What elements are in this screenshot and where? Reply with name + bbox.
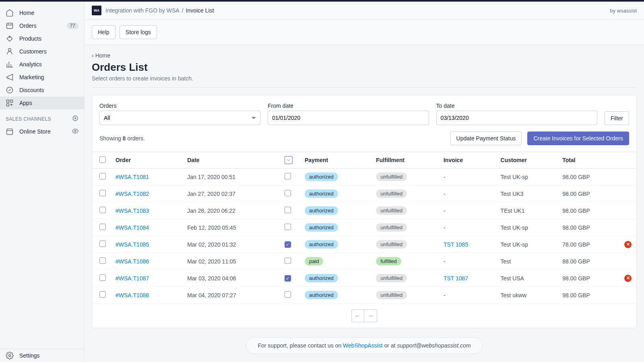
total-cell: 98.00 GBP	[557, 219, 619, 236]
row-secondary-checkbox[interactable]	[285, 241, 291, 248]
update-payment-button[interactable]: Update Payment Status	[450, 132, 522, 145]
col-customer[interactable]: Customer	[496, 152, 558, 169]
row-secondary-checkbox[interactable]	[285, 207, 291, 213]
help-button[interactable]: Help	[92, 25, 116, 39]
apps-icon	[6, 99, 14, 107]
row-checkbox[interactable]	[99, 224, 106, 230]
products-icon	[6, 35, 14, 43]
fulfillment-badge: unfulfilled	[376, 223, 407, 232]
col-fulfillment[interactable]: Fulfillment	[371, 152, 439, 169]
total-cell: 98.00 GBP	[557, 202, 619, 219]
order-link[interactable]: #WSA.T1087	[116, 275, 149, 282]
sidebar-item-label: Analytics	[19, 61, 78, 68]
order-link[interactable]: #WSA.T1086	[116, 258, 149, 265]
order-link[interactable]: #WSA.T1085	[116, 241, 149, 248]
from-date-input[interactable]	[268, 111, 429, 125]
online-store-icon	[6, 128, 14, 136]
to-date-input[interactable]	[436, 111, 597, 125]
order-date: Mar 02, 2020 11:05	[182, 253, 280, 270]
breadcrumb-app[interactable]: Integration with FGO by WSA	[105, 7, 180, 14]
error-icon[interactable]: ✕	[624, 275, 632, 282]
select-all-checkbox[interactable]	[99, 156, 106, 163]
fulfillment-badge: unfulfilled	[376, 240, 407, 249]
analytics-icon	[6, 60, 14, 68]
order-date: Mar 03, 2020 04:06	[182, 270, 280, 287]
order-link[interactable]: #WSA.T1083	[116, 208, 149, 214]
table-row: #WSA.T1081Jan 17, 2020 00:51authorizedun…	[92, 169, 636, 185]
table-row: #WSA.T1086Mar 02, 2020 11:05paidfulfille…	[92, 253, 636, 270]
sidebar-item-orders[interactable]: Orders77	[0, 19, 84, 32]
col-order[interactable]: Order	[111, 152, 182, 169]
row-checkbox[interactable]	[99, 190, 106, 196]
customer-cell: TEst UK1	[496, 202, 558, 219]
row-secondary-checkbox[interactable]	[285, 173, 291, 179]
row-secondary-checkbox[interactable]	[285, 224, 291, 230]
row-checkbox[interactable]	[99, 173, 106, 179]
sidebar-item-analytics[interactable]: Analytics	[0, 58, 84, 71]
fulfillment-badge: unfulfilled	[376, 189, 407, 198]
order-link[interactable]: #WSA.T1082	[116, 191, 149, 197]
row-secondary-checkbox[interactable]	[285, 291, 291, 298]
customers-icon	[6, 47, 14, 56]
order-link[interactable]: #WSA.T1088	[116, 292, 149, 298]
fulfillment-badge: fulfilled	[376, 257, 401, 265]
invoice-link[interactable]: TST 1085	[444, 241, 468, 248]
row-secondary-checkbox[interactable]	[285, 275, 291, 282]
row-checkbox[interactable]	[99, 207, 106, 213]
fulfillment-badge: unfulfilled	[376, 274, 407, 282]
svg-point-1	[9, 37, 10, 38]
sidebar-item-marketing[interactable]: Marketing	[0, 71, 84, 84]
row-checkbox[interactable]	[99, 274, 106, 281]
customer-cell: Test UK-sp	[496, 169, 558, 185]
order-link[interactable]: #WSA.T1084	[116, 224, 149, 231]
pager-next-button[interactable]: →	[364, 309, 377, 322]
customer-cell: Test	[496, 253, 558, 270]
sidebar-item-online-store[interactable]: Online Store	[0, 125, 84, 138]
row-secondary-checkbox[interactable]	[285, 257, 291, 264]
view-channel-icon[interactable]	[72, 128, 78, 136]
add-channel-icon[interactable]	[72, 115, 78, 123]
payment-badge: authorized	[305, 206, 338, 215]
sidebar-item-home[interactable]: Home	[0, 6, 84, 19]
row-checkbox[interactable]	[99, 291, 106, 298]
row-secondary-checkbox[interactable]	[285, 190, 291, 196]
sidebar-item-discounts[interactable]: Discounts	[0, 84, 84, 97]
col-date[interactable]: Date	[182, 152, 280, 169]
support-link[interactable]: WebShopAssist	[343, 342, 383, 349]
customer-cell: Test UK-sp	[496, 236, 558, 253]
sidebar-item-label: Discounts	[19, 87, 78, 93]
to-date-label: To date	[436, 103, 597, 109]
row-checkbox[interactable]	[99, 257, 106, 264]
orders-filter-select[interactable]: All	[99, 111, 260, 125]
sidebar-item-label: Online Store	[19, 128, 66, 135]
gear-icon	[6, 352, 14, 360]
col-invoice[interactable]: Invoice	[439, 152, 496, 169]
sidebar-item-products[interactable]: Products	[0, 32, 84, 45]
customer-cell: Test UK3	[496, 185, 558, 202]
customer-cell: Test UK-sp	[496, 219, 558, 236]
support-email: support@webshopassist.com	[397, 342, 471, 349]
pager-prev-button[interactable]: ←	[351, 309, 364, 322]
total-cell: 98.00 GBP	[557, 185, 619, 202]
customer-cell: Test ukww	[496, 287, 558, 304]
filter-button[interactable]: Filter	[605, 111, 629, 125]
store-logs-button[interactable]: Store logs	[120, 25, 157, 39]
orders-table: Order Date Payment Fulfillment Invoice C…	[92, 152, 636, 304]
order-date: Mar 04, 2020 07:27	[182, 287, 280, 304]
sidebar-item-customers[interactable]: Customers	[0, 45, 84, 58]
fulfillment-badge: unfulfilled	[376, 206, 407, 215]
col-total[interactable]: Total	[557, 152, 619, 169]
titlebar: WA Integration with FGO by WSA / Invoice…	[85, 2, 644, 20]
order-link[interactable]: #WSA.T1081	[116, 174, 149, 180]
row-checkbox[interactable]	[99, 241, 106, 247]
back-home-link[interactable]: ‹ Home	[92, 52, 110, 59]
order-date: Mar 02, 2020 01:32	[182, 236, 280, 253]
sidebar-item-apps[interactable]: Apps	[0, 97, 84, 109]
invoice-link[interactable]: TST 1087	[444, 275, 468, 282]
invoice-cell: -	[439, 253, 496, 270]
create-invoices-button[interactable]: Create Invoices for Selected Orders	[527, 132, 629, 145]
payment-sort-icon[interactable]	[285, 156, 293, 164]
sidebar-settings[interactable]: Settings	[0, 349, 84, 362]
error-icon[interactable]: ✕	[624, 241, 632, 248]
col-payment[interactable]: Payment	[300, 152, 371, 169]
